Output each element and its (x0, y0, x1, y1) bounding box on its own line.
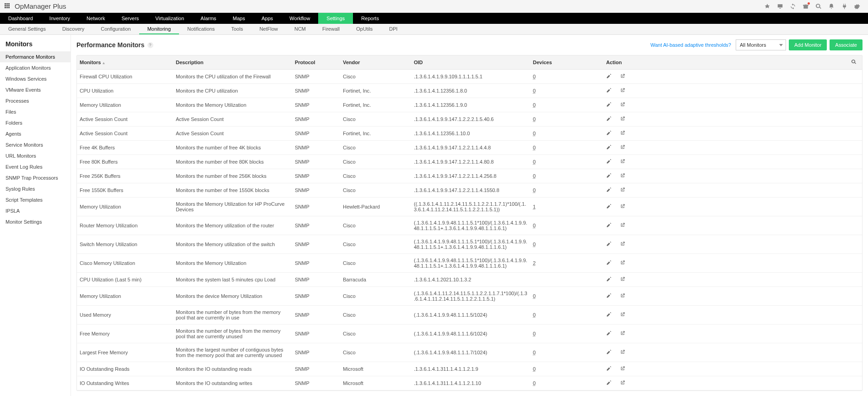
sidebar-item-agents[interactable]: Agents (0, 128, 71, 139)
gift-icon[interactable] (801, 2, 810, 11)
main-nav-workflow[interactable]: Workflow (281, 13, 318, 24)
sub-nav-general-settings[interactable]: General Settings (0, 24, 54, 34)
cell-devices[interactable]: 0 (530, 362, 603, 376)
edit-icon[interactable] (606, 260, 612, 266)
main-nav-dashboard[interactable]: Dashboard (0, 13, 41, 24)
edit-icon[interactable] (606, 276, 612, 283)
export-icon[interactable] (620, 349, 625, 356)
sidebar-item-monitor-settings[interactable]: Monitor Settings (0, 216, 71, 227)
sidebar-item-application-monitors[interactable]: Application Monitors (0, 62, 71, 73)
sidebar-item-performance-monitors[interactable]: Performance Monitors (0, 51, 71, 62)
export-icon[interactable] (620, 241, 625, 248)
sub-nav-discovery[interactable]: Discovery (54, 24, 92, 34)
cell-devices[interactable]: 0 (530, 112, 603, 126)
sidebar-item-folders[interactable]: Folders (0, 117, 71, 128)
sidebar-item-syslog-rules[interactable]: Syslog Rules (0, 183, 71, 194)
cell-devices[interactable]: 0 (530, 84, 603, 98)
associate-button[interactable]: Associate (830, 39, 863, 50)
cell-devices[interactable]: 0 (530, 324, 603, 343)
sub-nav-configuration[interactable]: Configuration (92, 24, 139, 34)
sidebar-item-snmp-trap-processors[interactable]: SNMP Trap Processors (0, 172, 71, 183)
edit-icon[interactable] (606, 88, 612, 94)
cell-devices[interactable]: 1 (530, 198, 603, 216)
sub-nav-firewall[interactable]: Firewall (314, 24, 348, 34)
export-icon[interactable] (620, 260, 625, 266)
th-description[interactable]: Description (173, 55, 292, 70)
cell-devices[interactable]: 0 (530, 155, 603, 169)
edit-icon[interactable] (606, 144, 612, 151)
export-icon[interactable] (620, 73, 625, 80)
monitor-icon[interactable] (776, 2, 785, 11)
cell-devices[interactable] (530, 273, 603, 287)
export-icon[interactable] (620, 312, 625, 318)
export-icon[interactable] (620, 204, 625, 210)
cell-devices[interactable]: 0 (530, 287, 603, 306)
th-devices[interactable]: Devices (530, 55, 603, 70)
cell-devices[interactable]: 0 (530, 141, 603, 155)
export-icon[interactable] (620, 159, 625, 165)
edit-icon[interactable] (606, 380, 612, 386)
th-protocol[interactable]: Protocol (292, 55, 340, 70)
main-nav-inventory[interactable]: Inventory (41, 13, 78, 24)
cell-devices[interactable]: 0 (530, 376, 603, 390)
edit-icon[interactable] (606, 187, 612, 193)
export-icon[interactable] (620, 222, 625, 229)
filter-dropdown[interactable]: All Monitors (736, 39, 786, 50)
edit-icon[interactable] (606, 330, 612, 337)
edit-icon[interactable] (606, 130, 612, 137)
sub-nav-netflow[interactable]: NetFlow (251, 24, 286, 34)
sidebar-item-windows-services[interactable]: Windows Services (0, 73, 71, 84)
export-icon[interactable] (620, 293, 625, 299)
export-icon[interactable] (620, 116, 625, 122)
edit-icon[interactable] (606, 173, 612, 179)
edit-icon[interactable] (606, 102, 612, 108)
cell-devices[interactable]: 0 (530, 235, 603, 254)
export-icon[interactable] (620, 130, 625, 137)
ai-threshold-link[interactable]: Want AI-based adaptive thresholds? (651, 42, 731, 48)
sub-nav-monitoring[interactable]: Monitoring (139, 24, 179, 34)
export-icon[interactable] (620, 276, 625, 283)
sidebar-item-files[interactable]: Files (0, 106, 71, 117)
main-nav-maps[interactable]: Maps (224, 13, 253, 24)
sub-nav-ncm[interactable]: NCM (286, 24, 314, 34)
sub-nav-tools[interactable]: Tools (223, 24, 251, 34)
sidebar-item-event-log-rules[interactable]: Event Log Rules (0, 161, 71, 172)
main-nav-apps[interactable]: Apps (253, 13, 281, 24)
sub-nav-notifications[interactable]: Notifications (179, 24, 223, 34)
search-icon[interactable] (814, 2, 823, 11)
gear-icon[interactable] (852, 2, 862, 11)
export-icon[interactable] (620, 380, 625, 386)
edit-icon[interactable] (606, 159, 612, 165)
edit-icon[interactable] (606, 204, 612, 210)
edit-icon[interactable] (606, 366, 612, 372)
rocket-icon[interactable] (763, 2, 772, 11)
cell-devices[interactable]: 0 (530, 126, 603, 141)
cell-devices[interactable]: 0 (530, 306, 603, 324)
bell-icon[interactable] (827, 2, 836, 11)
cell-devices[interactable]: 0 (530, 183, 603, 198)
sidebar-item-ipsla[interactable]: IPSLA (0, 205, 71, 216)
edit-icon[interactable] (606, 349, 612, 356)
main-nav-reports[interactable]: Reports (353, 13, 387, 24)
export-icon[interactable] (620, 330, 625, 337)
sub-nav-dpi[interactable]: DPI (381, 24, 406, 34)
export-icon[interactable] (620, 366, 625, 372)
main-nav-virtualization[interactable]: Virtualization (147, 13, 192, 24)
sync-icon[interactable] (788, 2, 797, 11)
cell-devices[interactable]: 0 (530, 98, 603, 112)
edit-icon[interactable] (606, 312, 612, 318)
main-nav-network[interactable]: Network (78, 13, 113, 24)
export-icon[interactable] (620, 88, 625, 94)
edit-icon[interactable] (606, 293, 612, 299)
export-icon[interactable] (620, 102, 625, 108)
cell-devices[interactable]: 0 (530, 70, 603, 84)
edit-icon[interactable] (606, 241, 612, 248)
cell-devices[interactable]: 0 (530, 343, 603, 362)
sidebar-item-url-monitors[interactable]: URL Monitors (0, 150, 71, 161)
cell-devices[interactable]: 0 (530, 169, 603, 183)
th-search[interactable] (848, 55, 862, 70)
cell-devices[interactable]: 2 (530, 254, 603, 273)
help-icon[interactable]: ? (147, 42, 153, 48)
cell-devices[interactable]: 0 (530, 216, 603, 235)
th-vendor[interactable]: Vendor (340, 55, 411, 70)
